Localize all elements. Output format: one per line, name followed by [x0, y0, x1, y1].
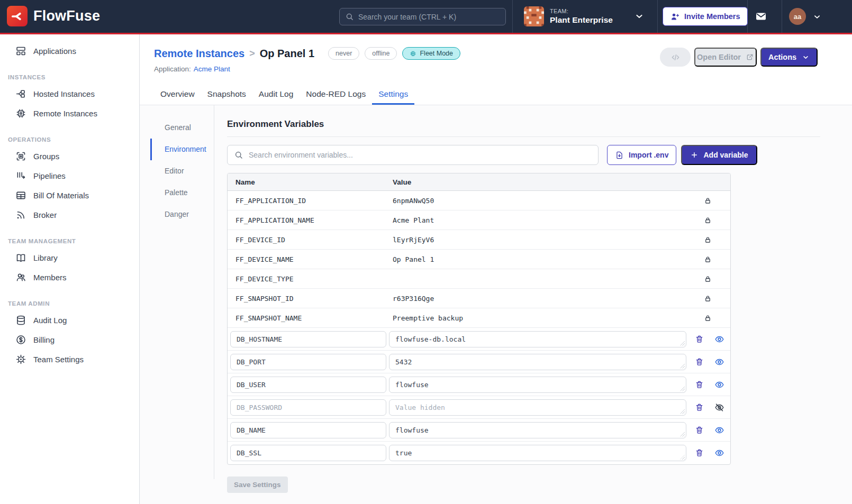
env-search-input[interactable] [249, 151, 592, 159]
sidebar-item-members[interactable]: Members [0, 268, 139, 287]
env-var-name: FF_DEVICE_TYPE [228, 275, 393, 283]
sidebar-item-bill-of-materials[interactable]: Bill Of Materials [0, 186, 139, 205]
invite-members-button[interactable]: Invite Members [663, 7, 748, 26]
team-avatar [524, 6, 544, 26]
eye-icon[interactable] [714, 448, 724, 458]
env-var-value-input[interactable] [389, 377, 686, 393]
trash-icon[interactable] [695, 426, 704, 435]
sidebar-section-instances: INSTANCES [8, 74, 139, 80]
sidebar-section-team-admin: TEAM ADMIN [8, 300, 139, 307]
plus-icon [690, 151, 699, 159]
env-var-value-field [389, 331, 686, 347]
settings-nav-palette[interactable]: Palette [150, 182, 214, 204]
sidebar-item-label: Hosted Instances [33, 89, 95, 98]
brand[interactable]: FlowFuse [7, 6, 100, 26]
env-var-value-input[interactable] [389, 399, 686, 416]
developer-mode-toggle[interactable] [660, 48, 691, 67]
sidebar-item-billing[interactable]: Billing [0, 330, 139, 350]
sidebar-item-groups[interactable]: Groups [0, 146, 139, 166]
eye-icon[interactable] [714, 334, 724, 344]
env-var-name-input[interactable] [230, 445, 386, 461]
tab-overview[interactable]: Overview [154, 83, 201, 105]
sidebar-item-library[interactable]: Library [0, 248, 139, 268]
sidebar-item-label: Remote Instances [33, 109, 97, 118]
env-var-value-input[interactable] [389, 445, 686, 461]
search-icon [234, 150, 243, 160]
env-var-name-input[interactable] [230, 422, 386, 438]
actions-button[interactable]: Actions [760, 48, 818, 67]
team-search-input[interactable] [358, 13, 500, 21]
sidebar-item-label: Groups [33, 152, 59, 161]
settings-nav-danger[interactable]: Danger [150, 204, 214, 225]
env-var-value: lEyrRjEyV6 [393, 236, 685, 244]
team-search [339, 8, 506, 25]
sidebar-item-broker[interactable]: Broker [0, 205, 139, 225]
chevron-down-icon[interactable] [812, 12, 822, 22]
sidebar-item-team-settings[interactable]: Team Settings [0, 350, 139, 369]
trash-icon[interactable] [695, 380, 704, 389]
env-var-name: FF_SNAPSHOT_ID [228, 295, 393, 303]
env-var-name-input[interactable] [230, 354, 386, 370]
pipelines-icon [15, 170, 26, 181]
open-editor-button[interactable]: Open Editor [694, 48, 757, 67]
table-row: FF_SNAPSHOT_IDr63P316Qge [228, 289, 730, 308]
application-label: Application: [154, 65, 191, 73]
breadcrumb-parent-link[interactable]: Remote Instances [154, 48, 244, 60]
trash-icon[interactable] [695, 358, 704, 366]
env-var-value: Preemptive backup [393, 314, 685, 322]
env-var-name-input[interactable] [230, 377, 386, 393]
tab-audit-log[interactable]: Audit Log [252, 83, 300, 105]
navbar-divider [657, 0, 658, 33]
eye-off-icon[interactable] [714, 402, 724, 413]
chip-icon [410, 50, 416, 57]
env-var-name-input[interactable] [230, 399, 386, 416]
sidebar-item-pipelines[interactable]: Pipelines [0, 166, 139, 186]
table-header: NameValue [228, 173, 730, 191]
settings-nav-general[interactable]: General [150, 117, 214, 139]
eye-icon[interactable] [714, 380, 724, 390]
env-var-value-input[interactable] [389, 422, 686, 438]
env-var-value-input[interactable] [389, 331, 686, 347]
tab-settings[interactable]: Settings [372, 83, 414, 105]
env-var-value-field [389, 399, 686, 416]
settings-nav-editor[interactable]: Editor [150, 160, 214, 182]
team-label: TEAM: [550, 8, 613, 14]
user-avatar[interactable]: aa [789, 8, 806, 25]
page-title: Op Panel 1 [260, 48, 314, 60]
mail-icon[interactable] [755, 10, 767, 23]
env-var-value-input[interactable] [389, 354, 686, 370]
sidebar-item-label: Members [33, 273, 67, 282]
env-var-name: FF_APPLICATION_NAME [228, 216, 393, 224]
tab-snapshots[interactable]: Snapshots [201, 83, 252, 105]
add-variable-button[interactable]: Add variable [681, 145, 757, 165]
applications-icon [15, 45, 26, 57]
chevron-down-icon[interactable] [634, 11, 645, 22]
trash-icon[interactable] [695, 448, 704, 457]
settings-nav-environment[interactable]: Environment [150, 139, 214, 160]
eye-icon[interactable] [714, 425, 724, 435]
save-settings-button[interactable]: Save Settings [227, 476, 288, 493]
settings-content: GeneralEnvironmentEditorPaletteDanger En… [140, 105, 852, 504]
trash-icon[interactable] [695, 403, 704, 412]
team-selector[interactable]: TEAM: Plant Enterprise [524, 6, 613, 26]
table-row: FF_SNAPSHOT_NAMEPreemptive backup [228, 308, 730, 328]
users-icon [15, 272, 26, 283]
import-env-button[interactable]: Import .env [607, 145, 676, 165]
eye-icon[interactable] [714, 357, 724, 367]
application-link[interactable]: Acme Plant [194, 65, 230, 73]
trash-icon[interactable] [695, 335, 704, 344]
sidebar-item-audit-log[interactable]: Audit Log [0, 310, 139, 330]
sidebar-item-remote-instances[interactable]: Remote Instances [0, 104, 139, 123]
table-row [228, 328, 730, 351]
sidebar-item-hosted-instances[interactable]: Hosted Instances [0, 84, 139, 104]
env-var-name: FF_DEVICE_ID [228, 236, 393, 244]
env-var-name-input[interactable] [230, 331, 386, 347]
tab-node-red-logs[interactable]: Node-RED Logs [300, 83, 372, 105]
table-row [228, 419, 730, 442]
lock-icon [704, 275, 712, 283]
env-var-value: 6npmANwQ50 [393, 197, 685, 205]
navbar-divider [782, 0, 782, 33]
sidebar-item-label: Bill Of Materials [33, 191, 89, 200]
env-search [227, 145, 599, 165]
sidebar-item-applications[interactable]: Applications [0, 41, 139, 61]
